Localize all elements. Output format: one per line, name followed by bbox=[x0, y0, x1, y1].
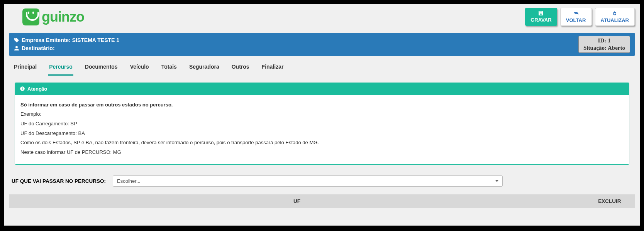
tab-finalizar[interactable]: Finalizar bbox=[261, 61, 285, 76]
gravar-label: GRAVAR bbox=[530, 17, 551, 23]
logo-icon bbox=[22, 8, 39, 25]
logo: guinzo bbox=[9, 7, 84, 25]
alert-header: Atenção bbox=[15, 83, 629, 95]
uf-percurso-label: UF QUE VAI PASSAR NO PERCURSO: bbox=[12, 178, 106, 184]
atualizar-label: ATUALIZAR bbox=[601, 17, 629, 23]
top-bar: guinzo GRAVAR VOLTAR ATUALIZAR bbox=[9, 7, 635, 26]
alert-line-2: Exemplo: bbox=[20, 110, 624, 119]
refresh-icon bbox=[611, 10, 618, 17]
tab-principal[interactable]: Principal bbox=[13, 61, 37, 76]
info-header-left: Empresa Emitente: SISTEMA TESTE 1 Destin… bbox=[14, 36, 119, 52]
voltar-label: VOLTAR bbox=[566, 17, 586, 23]
chevron-down-icon bbox=[495, 180, 498, 182]
col-uf: UF bbox=[9, 194, 585, 208]
tag-icon bbox=[14, 37, 19, 43]
empresa-label: Empresa Emitente: bbox=[22, 37, 71, 43]
col-excluir: EXCLUIR bbox=[585, 194, 635, 208]
id-label: ID: bbox=[598, 37, 607, 44]
alert-box: Atenção Só informar em caso de passar em… bbox=[15, 83, 629, 165]
uf-select-value: Escolher... bbox=[117, 178, 141, 184]
alert-line-6: Neste caso informar UF de PERCURSO: MG bbox=[20, 148, 624, 157]
back-icon bbox=[573, 10, 580, 17]
tab-bar: Principal Percurso Documentos Veículo To… bbox=[9, 56, 635, 76]
tab-veiculo[interactable]: Veículo bbox=[129, 61, 150, 76]
action-buttons: GRAVAR VOLTAR ATUALIZAR bbox=[525, 7, 635, 26]
app-frame: guinzo GRAVAR VOLTAR ATUALIZAR Empresa E… bbox=[2, 2, 642, 227]
atualizar-button[interactable]: ATUALIZAR bbox=[595, 8, 635, 26]
alert-title: Atenção bbox=[27, 86, 47, 92]
user-icon bbox=[14, 46, 19, 51]
empresa-value: SISTEMA TESTE 1 bbox=[72, 37, 119, 43]
alert-line-4: UF do Descarregamento: BA bbox=[20, 129, 624, 138]
tab-totais[interactable]: Totais bbox=[161, 61, 178, 76]
info-icon bbox=[20, 86, 25, 91]
tab-documentos[interactable]: Documentos bbox=[84, 61, 119, 76]
logo-text: guinzo bbox=[42, 9, 84, 25]
tab-outros[interactable]: Outros bbox=[231, 61, 250, 76]
alert-line-3: UF do Carregamento: SP bbox=[20, 119, 624, 129]
situacao-value: Aberto bbox=[608, 45, 625, 51]
tab-percurso[interactable]: Percurso bbox=[48, 61, 73, 76]
info-header-right: ID: 1 Situação: Aberto bbox=[578, 36, 630, 53]
alert-line-5: Como os dois Estados, SP e BA, não fazem… bbox=[20, 138, 624, 148]
uf-table-header: UF EXCLUIR bbox=[9, 194, 635, 208]
svg-rect-2 bbox=[22, 88, 22, 88]
save-icon bbox=[537, 10, 544, 16]
alert-line-1: Só informar em caso de passar em outros … bbox=[20, 100, 624, 110]
uf-percurso-row: UF QUE VAI PASSAR NO PERCURSO: Escolher.… bbox=[9, 165, 635, 187]
gravar-button[interactable]: GRAVAR bbox=[525, 8, 557, 26]
info-header: Empresa Emitente: SISTEMA TESTE 1 Destin… bbox=[9, 33, 635, 56]
voltar-button[interactable]: VOLTAR bbox=[560, 8, 592, 26]
situacao-label: Situação: bbox=[583, 45, 607, 51]
alert-body: Só informar em caso de passar em outros … bbox=[15, 95, 629, 164]
svg-rect-1 bbox=[22, 88, 22, 90]
tab-seguradora[interactable]: Seguradora bbox=[188, 61, 220, 76]
uf-percurso-select[interactable]: Escolher... bbox=[113, 175, 503, 187]
destinatario-label: Destinatário: bbox=[22, 45, 55, 51]
id-value: 1 bbox=[608, 37, 611, 44]
